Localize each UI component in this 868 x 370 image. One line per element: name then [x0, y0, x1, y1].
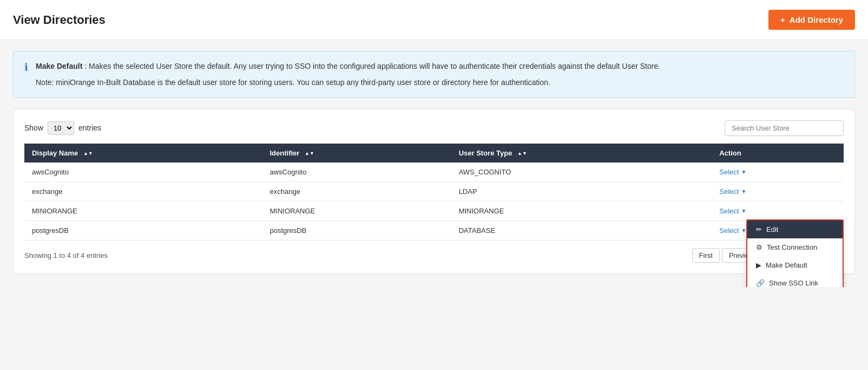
cell-user-store-type: MINIORANGE [451, 201, 712, 220]
make-default-label: Make Default [766, 261, 807, 269]
table-wrapper: Display Name ▲▼ Identifier ▲▼ User Store… [24, 144, 844, 241]
sort-icon-identifier: ▲▼ [305, 151, 314, 156]
make-default-bold: Make Default [36, 62, 82, 70]
dropdown-make-default-item[interactable]: ▶ Make Default [747, 256, 843, 274]
search-input[interactable] [725, 120, 844, 136]
edit-icon: ✏ [756, 225, 762, 233]
dropdown-test-connection-item[interactable]: ⚙ Test Connection [747, 238, 843, 256]
cell-identifier: postgresDB [262, 220, 451, 240]
info-text-1: Makes the selected User Store the defaul… [89, 62, 660, 70]
info-icon: ℹ [24, 61, 28, 89]
dropdown-show-sso-link-item[interactable]: 🔗 Show SSO Link [747, 274, 843, 287]
table-row: postgresDB postgresDB DATABASE Select ▼ [24, 220, 844, 240]
table-controls: Show 10 25 50 entries [24, 120, 844, 136]
cell-display-name: exchange [24, 181, 262, 201]
entries-select[interactable]: 10 25 50 [48, 121, 74, 135]
edit-label: Edit [766, 225, 778, 233]
plus-icon: + [780, 15, 785, 24]
add-directory-button[interactable]: + Add Directory [768, 10, 855, 30]
cell-action: Select ▼ [712, 163, 844, 182]
sort-icon-user-store-type: ▲▼ [517, 151, 527, 156]
sort-icon-display-name: ▲▼ [83, 151, 93, 156]
cell-action: Select ▼ [712, 181, 844, 201]
cell-identifier: awsCognito [262, 163, 451, 182]
main-card: Show 10 25 50 entries Display Name ▲▼ Id… [13, 109, 855, 274]
col-identifier: Identifier ▲▼ [262, 144, 451, 163]
caret-icon-3: ▼ [741, 228, 746, 233]
make-default-icon: ▶ [756, 261, 761, 269]
show-label: Show [24, 124, 43, 132]
col-display-name: Display Name ▲▼ [24, 144, 262, 163]
caret-icon-0: ▼ [741, 169, 746, 175]
entries-label: entries [78, 124, 101, 132]
action-dropdown-menu: ✏ Edit ⚙ Test Connection ▶ Make Default … [746, 219, 844, 287]
cell-action: Select ▼ [712, 201, 844, 220]
info-note: Note: miniOrange In-Built Database is th… [36, 76, 660, 88]
cell-display-name: awsCognito [24, 163, 262, 182]
info-banner-text: Make Default : Makes the selected User S… [36, 60, 660, 89]
cell-identifier: exchange [262, 181, 451, 201]
test-connection-icon: ⚙ [756, 243, 762, 251]
table-header: Display Name ▲▼ Identifier ▲▼ User Store… [24, 144, 844, 163]
cell-user-store-type: DATABASE [451, 220, 712, 240]
table-row: exchange exchange LDAP Select ▼ [24, 181, 844, 201]
cell-display-name: postgresDB [24, 220, 262, 240]
caret-icon-2: ▼ [741, 208, 746, 214]
cell-display-name: MINIORANGE [24, 201, 262, 220]
table-row: awsCognito awsCognito AWS_COGNITO Select… [24, 163, 844, 182]
table-footer: Showing 1 to 4 of 4 entries First Previo… [24, 248, 844, 263]
select-link-2[interactable]: Select ▼ [719, 207, 746, 215]
cell-identifier: MINIORANGE [262, 201, 451, 220]
table-row: MINIORANGE MINIORANGE MINIORANGE Select … [24, 201, 844, 220]
add-directory-label: Add Directory [790, 15, 843, 24]
col-user-store-type: User Store Type ▲▼ [451, 144, 712, 163]
select-link-1[interactable]: Select ▼ [719, 187, 746, 196]
show-entries-control: Show 10 25 50 entries [24, 121, 101, 135]
test-connection-label: Test Connection [767, 243, 817, 251]
page-header: View Directories + Add Directory [0, 0, 868, 40]
cell-user-store-type: AWS_COGNITO [451, 163, 712, 182]
table-body: awsCognito awsCognito AWS_COGNITO Select… [24, 163, 844, 241]
col-action: Action [712, 144, 844, 163]
select-link-0[interactable]: Select ▼ [719, 168, 746, 176]
show-sso-link-label: Show SSO Link [769, 279, 818, 287]
first-button[interactable]: First [692, 248, 720, 263]
page-title: View Directories [13, 13, 106, 27]
showing-text: Showing 1 to 4 of 4 entries [24, 251, 108, 259]
cell-user-store-type: LDAP [451, 181, 712, 201]
info-banner: ℹ Make Default : Makes the selected User… [13, 51, 855, 98]
dropdown-edit-item[interactable]: ✏ Edit [747, 220, 843, 238]
sso-link-icon: 🔗 [756, 279, 765, 287]
directories-table: Display Name ▲▼ Identifier ▲▼ User Store… [24, 144, 844, 241]
caret-icon-1: ▼ [741, 189, 746, 194]
select-link-3[interactable]: Select ▼ [719, 226, 746, 235]
